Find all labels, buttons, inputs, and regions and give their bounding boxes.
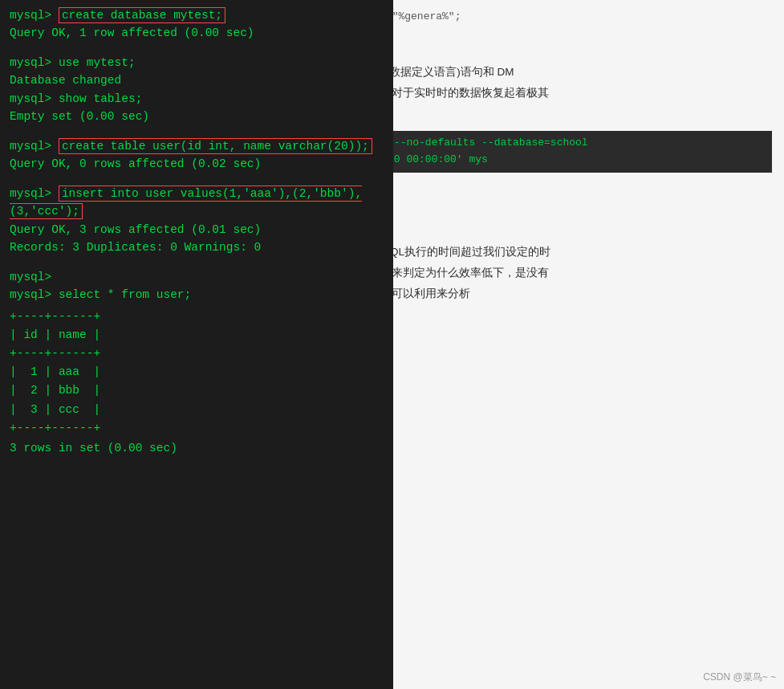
terminal-line-final: 3 rows in set (0.00 sec): [10, 439, 384, 457]
terminal-line-10: Query OK, 3 rows affected (0.01 sec): [10, 221, 384, 238]
prompt-1: mysql>: [10, 9, 59, 22]
terminal-line-9: mysql> insert into user values(1,'aaa'),…: [10, 185, 384, 221]
terminal-line-13: mysql> select * from user;: [10, 286, 384, 304]
table-row-2: | 2 | bbb |: [10, 381, 384, 400]
terminal-line-5: mysql> show tables;: [10, 90, 384, 108]
terminal-line-8: Query OK, 0 rows affected (0.02 sec): [10, 155, 384, 173]
result-final: 3 rows in set (0.00 sec): [10, 442, 177, 455]
empty-3: [10, 173, 384, 185]
prompt-3: mysql>: [10, 92, 59, 105]
table-border-bot: +----+------+: [10, 419, 384, 438]
terminal-line-4: Database changed: [10, 71, 384, 89]
table-row-3: | 3 | ccc |: [10, 401, 384, 419]
table-header: | id | name |: [10, 326, 384, 344]
prompt-7: mysql>: [10, 288, 59, 301]
csdn-watermark: CSDN @菜鸟~ ~: [703, 671, 776, 684]
cmd-insert: insert into user values(1,'aaa'),(2,'bbb…: [10, 186, 362, 219]
terminal-line-1: mysql> create database mytest;: [10, 6, 384, 24]
terminal-line-12: mysql>: [10, 268, 384, 286]
terminal-line-11: Records: 3 Duplicates: 0 Warnings: 0: [10, 238, 384, 256]
empty-1: [10, 43, 384, 54]
cmd-create-table: create table user(id int, name varchar(2…: [59, 138, 372, 154]
cmd-use: use mytest;: [59, 56, 136, 69]
cmd-show-tables: show tables;: [59, 92, 142, 105]
terminal-panel: mysql> create database mytest; Query OK,…: [0, 0, 393, 689]
table-row-1: | 1 | aaa |: [10, 363, 384, 381]
prompt-4: mysql>: [10, 140, 59, 153]
prompt-5: mysql>: [10, 187, 59, 200]
terminal-line-6: Empty set (0.00 sec): [10, 108, 384, 125]
result-3: Empty set (0.00 sec): [10, 110, 149, 123]
prompt-6: mysql>: [10, 271, 51, 283]
prompt-2: mysql>: [10, 56, 59, 69]
result-6: Records: 3 Duplicates: 0 Warnings: 0: [10, 241, 261, 254]
result-2: Database changed: [10, 74, 121, 87]
terminal-line-2: Query OK, 1 row affected (0.00 sec): [10, 24, 384, 42]
terminal-line-7: mysql> create table user(id int, name va…: [10, 137, 384, 155]
result-4: Query OK, 0 rows affected (0.02 sec): [10, 157, 261, 170]
sql-table-container: +----+------+ | id | name | +----+------…: [10, 308, 384, 438]
table-sep: +----+------+: [10, 344, 384, 363]
terminal-line-3: mysql> use mytest;: [10, 54, 384, 71]
empty-2: [10, 126, 384, 137]
result-5: Query OK, 3 rows affected (0.01 sec): [10, 223, 261, 236]
result-1: Query OK, 1 row affected (0.00 sec): [10, 26, 254, 39]
cmd-create-db: create database mytest;: [59, 7, 225, 23]
empty-4: [10, 257, 384, 268]
cmd-select: select * from user;: [59, 288, 191, 301]
table-border-top: +----+------+: [10, 308, 384, 326]
